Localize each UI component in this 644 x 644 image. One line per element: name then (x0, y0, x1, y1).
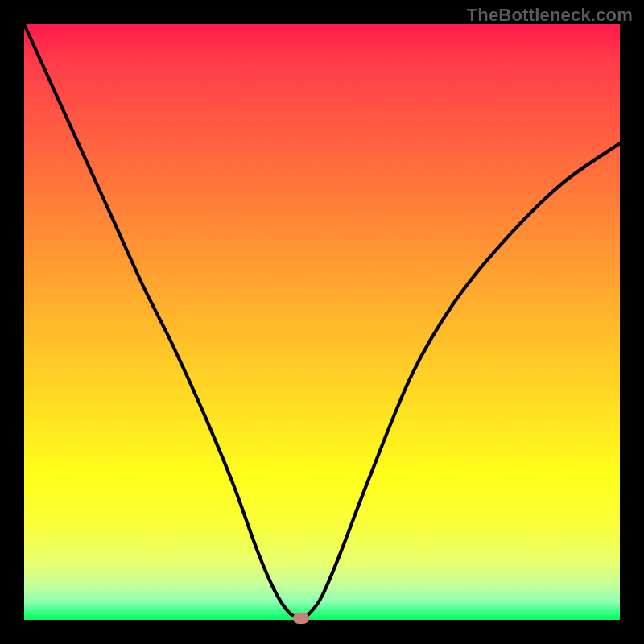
curve-layer (24, 24, 620, 620)
plot-area (24, 24, 620, 620)
chart-frame: TheBottleneck.com (0, 0, 644, 644)
optimal-point-marker (293, 613, 309, 624)
bottleneck-curve (24, 24, 620, 618)
watermark-text: TheBottleneck.com (467, 5, 633, 26)
